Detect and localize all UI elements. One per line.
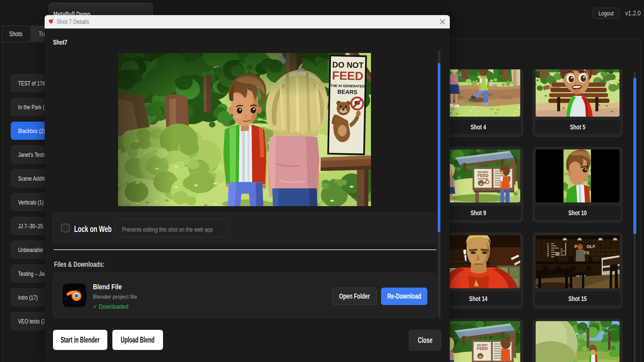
svg-text:FEED: FEED — [478, 173, 488, 178]
svg-text:THE AI GENERATED: THE AI GENERATED — [330, 83, 365, 88]
svg-text:COFFEE: COFFEE — [546, 243, 549, 257]
svg-text:BEARS: BEARS — [337, 88, 358, 95]
svg-text:FEED: FEED — [332, 69, 364, 82]
svg-text:FEED: FEED — [477, 346, 488, 351]
svg-text:DO NOT: DO NOT — [332, 60, 364, 70]
